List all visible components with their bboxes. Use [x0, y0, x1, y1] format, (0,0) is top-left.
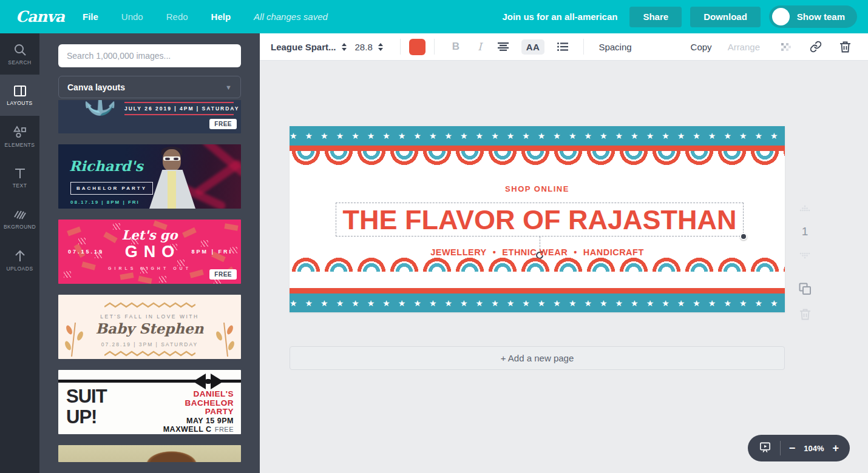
- template-name: Richard's: [69, 158, 143, 174]
- canva-logo[interactable]: Canva: [16, 8, 64, 25]
- font-size-stepper[interactable]: [378, 43, 383, 51]
- text-toolbar: League Spart... 28.8 B I AA Spacing Copy…: [260, 33, 868, 61]
- sidebar-item-uploads[interactable]: UPLOADS: [0, 240, 39, 281]
- link-button[interactable]: [810, 41, 822, 53]
- template-suit-up[interactable]: SUIT UP! DANIEL'S BACHELOR PARTY MAY 15 …: [58, 370, 241, 434]
- download-button[interactable]: Download: [690, 7, 761, 27]
- menu-redo[interactable]: Redo: [166, 12, 188, 22]
- layouts-icon: [13, 85, 27, 97]
- template-label: BACHELOR PARTY: [70, 182, 153, 195]
- bunting-border-bottom: [290, 256, 785, 272]
- search-icon: [13, 43, 27, 56]
- chevron-down-icon: ▼: [225, 84, 232, 91]
- delete-page-button[interactable]: [800, 309, 810, 323]
- italic-button[interactable]: I: [478, 41, 482, 53]
- sidebar-item-search[interactable]: SEARCH: [0, 33, 39, 75]
- delete-button[interactable]: [840, 41, 850, 53]
- template-anchor-party[interactable]: ⚓ JULY 26 2019 | 4PM | SATURDAY FREE: [58, 100, 241, 133]
- menu-undo[interactable]: Undo: [121, 12, 143, 22]
- kicker-text[interactable]: SHOP ONLINE: [290, 184, 785, 193]
- zoom-out-button[interactable]: −: [789, 443, 796, 454]
- move-page-down-button[interactable]: [798, 250, 812, 261]
- layouts-dropdown[interactable]: Canva layouts ▼: [58, 76, 241, 98]
- save-status: All changes saved: [254, 12, 328, 22]
- zigzag-divider: [104, 351, 195, 357]
- sidebar-item-layouts[interactable]: LAYOUTS: [0, 75, 39, 116]
- template-richards-bachelor[interactable]: Richard's BACHELOR PARTY 08.17.19 | 8PM …: [58, 144, 241, 209]
- sidebar-item-text[interactable]: TEXT: [0, 157, 39, 198]
- free-badge: FREE: [209, 269, 237, 280]
- upload-icon: [13, 249, 27, 263]
- free-badge: FREE: [209, 119, 237, 129]
- text-color-swatch[interactable]: [409, 39, 426, 55]
- selected-text-box[interactable]: THE FLAVOR OF RAJASTHAN: [336, 203, 744, 236]
- canvas-title[interactable]: THE FLAVOR OF RAJASTHAN: [336, 203, 743, 237]
- search-input[interactable]: [58, 44, 241, 67]
- show-team-button[interactable]: Show team: [769, 5, 857, 28]
- menu-file[interactable]: File: [83, 12, 98, 22]
- page-number: 1: [802, 225, 809, 238]
- list-button[interactable]: [557, 42, 568, 51]
- present-button[interactable]: [759, 441, 771, 455]
- zoom-bar: − 104% +: [748, 435, 850, 461]
- workspace: League Spart... 28.8 B I AA Spacing Copy…: [260, 33, 868, 473]
- arrange-button[interactable]: Arrange: [728, 42, 760, 52]
- leaf-branch: [63, 318, 87, 357]
- uppercase-button[interactable]: AA: [521, 39, 545, 55]
- align-center-button[interactable]: [498, 42, 509, 51]
- star-band-bottom: ★★★★★★★★★★★★★★★★★★★★★★★★★★★★★★★★★★★★★★★★: [290, 294, 785, 312]
- template-photo-partial[interactable]: [58, 445, 241, 462]
- font-size-select[interactable]: 28.8: [355, 42, 373, 52]
- add-new-page-button[interactable]: + Add a new page: [290, 346, 785, 370]
- star-band-top: ★★★★★★★★★★★★★★★★★★★★★★★★★★★★★★★★★★★★★★★★: [290, 126, 785, 146]
- resize-handle[interactable]: [740, 233, 747, 240]
- leaf-branch: [212, 318, 236, 357]
- zoom-in-button[interactable]: +: [832, 443, 839, 454]
- font-family-stepper[interactable]: [342, 43, 347, 51]
- text-icon: [14, 167, 26, 179]
- design-canvas[interactable]: ★★★★★★★★★★★★★★★★★★★★★★★★★★★★★★★★★★★★★★★★…: [290, 126, 785, 312]
- promo-text: Join us for an all-american: [502, 12, 617, 22]
- share-button[interactable]: Share: [629, 7, 682, 27]
- sidebar-rail: SEARCH LAYOUTS ELEMENTS TEXT BKGROUND UP…: [0, 33, 39, 473]
- template-list: ⚓ JULY 26 2019 | 4PM | SATURDAY FREE Ric…: [39, 100, 260, 473]
- avatar: [772, 8, 790, 25]
- bowtie-icon: [193, 374, 223, 389]
- bold-button[interactable]: B: [452, 41, 459, 53]
- elements-icon: [13, 126, 27, 139]
- menu-help[interactable]: Help: [211, 12, 231, 22]
- zigzag-divider: [104, 302, 195, 308]
- bunting-border-top: [290, 151, 785, 167]
- move-page-up-button[interactable]: [798, 203, 812, 214]
- sidebar-item-bkground[interactable]: BKGROUND: [0, 198, 39, 240]
- sidebar-item-elements[interactable]: ELEMENTS: [0, 116, 39, 157]
- top-bar: Canva File Undo Redo Help All changes sa…: [0, 0, 868, 33]
- show-team-label: Show team: [797, 12, 845, 22]
- layouts-panel: Canva layouts ▼ ⚓ JULY 26 2019 | 4PM | S…: [39, 33, 260, 473]
- template-date: 08.17.19 | 8PM | FRI: [70, 200, 140, 205]
- background-icon: [13, 209, 27, 221]
- copy-button[interactable]: Copy: [691, 42, 712, 52]
- template-date: JULY 26 2019 | 4PM | SATURDAY: [124, 106, 234, 112]
- transparency-button[interactable]: [781, 43, 792, 51]
- template-girls-night-out[interactable]: Let's go GNO 07.15.19 8PM | FRI GIRLS NI…: [58, 220, 241, 284]
- sunglasses: [163, 156, 180, 161]
- zoom-level: 104%: [804, 444, 824, 453]
- font-family-select[interactable]: League Spart...: [271, 42, 336, 52]
- spacing-button[interactable]: Spacing: [598, 42, 631, 52]
- anchor-icon: ⚓: [83, 100, 117, 114]
- duplicate-page-button[interactable]: [798, 282, 812, 298]
- template-baby-stephen[interactable]: LET'S FALL IN LOVE WITH Baby Stephen 07.…: [58, 295, 241, 359]
- page-controls: 1: [793, 198, 817, 327]
